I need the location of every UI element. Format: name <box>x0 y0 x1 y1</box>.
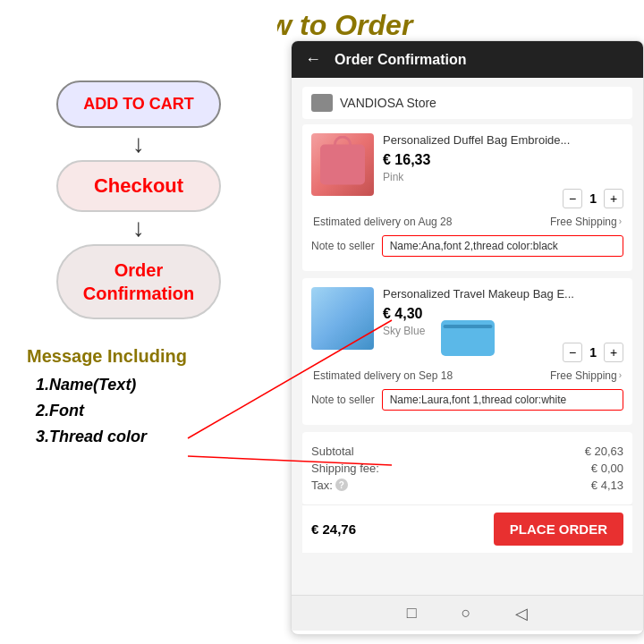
qty-num-2: 1 <box>589 345 597 360</box>
free-shipping-1[interactable]: Free Shipping › <box>550 216 622 228</box>
tax-row: Tax: ? € 4,13 <box>311 479 623 492</box>
bottom-total-row: € 24,76 PLACE ORDER <box>302 504 632 553</box>
product-info-2: Personalized Travel Makeup Bag E... € 4,… <box>383 287 623 362</box>
phone-mockup: ← Order Confirmation VANDIOSA Store Pers… <box>291 40 644 635</box>
subtotal-label: Subtotal <box>311 445 354 458</box>
arrow-1: ↓ <box>132 131 145 157</box>
qty-control-2: − 1 + <box>383 343 623 362</box>
delivery-row-2: Estimated delivery on Sep 18 Free Shippi… <box>311 369 623 382</box>
delivery-row-1: Estimated delivery on Aug 28 Free Shippi… <box>311 216 623 228</box>
product-name-1: Personalized Duffel Bag Embroide... <box>383 133 623 148</box>
store-name: VANDIOSA Store <box>340 96 436 110</box>
note-label-2: Note to seller <box>311 394 375 406</box>
bag-handle <box>334 136 352 147</box>
shipping-value: € 0,00 <box>591 462 623 475</box>
flow-steps: ADD TO CART ↓ Checkout ↓ OrderConfirmati… <box>56 80 221 319</box>
note-row-1: Note to seller Name:Ana,font 2,thread co… <box>311 235 623 257</box>
totals-section: Subtotal € 20,63 Shipping fee: € 0,00 Ta… <box>302 432 632 504</box>
step-add-to-cart[interactable]: ADD TO CART <box>56 80 221 128</box>
subtotal-row: Subtotal € 20,63 <box>311 445 623 458</box>
message-item-3: 3.Thread color <box>36 428 277 446</box>
nav-triangle-icon[interactable]: ◁ <box>515 604 528 623</box>
store-icon <box>311 94 333 112</box>
note-label-1: Note to seller <box>311 240 375 252</box>
tax-info-icon[interactable]: ? <box>335 479 348 491</box>
step-checkout[interactable]: Checkout <box>56 160 221 212</box>
product-variant-2: Sky Blue <box>383 325 623 337</box>
nav-square-icon[interactable]: □ <box>407 604 417 623</box>
qty-plus-2[interactable]: + <box>604 343 623 362</box>
makeup-zipper <box>443 325 492 328</box>
left-panel: ADD TO CART ↓ Checkout ↓ OrderConfirmati… <box>0 0 277 644</box>
tax-label-group: Tax: ? <box>311 479 348 492</box>
product-price-1: € 16,33 <box>383 152 623 168</box>
message-item-2: 2.Font <box>36 402 277 420</box>
tax-value: € 4,13 <box>591 479 623 492</box>
phone-header: ← Order Confirmation <box>292 41 643 78</box>
free-shipping-2[interactable]: Free Shipping › <box>550 369 622 382</box>
delivery-text-1: Estimated delivery on Aug 28 <box>313 216 452 228</box>
subtotal-value: € 20,63 <box>585 445 623 458</box>
qty-minus-1[interactable]: − <box>563 189 582 208</box>
product-variant-1: Pink <box>383 171 623 183</box>
bag-shape <box>320 145 365 185</box>
chevron-right-1: › <box>619 216 622 226</box>
note-row-2: Note to seller Name:Laura,font 1,thread … <box>311 389 623 411</box>
arrow-2: ↓ <box>132 216 145 241</box>
nav-circle-icon[interactable]: ○ <box>462 604 471 623</box>
product-row-2: Personalized Travel Makeup Bag E... € 4,… <box>311 287 623 362</box>
back-arrow-icon[interactable]: ← <box>305 50 321 69</box>
message-section: Message Including 1.Name(Text) 2.Font 3.… <box>0 346 277 453</box>
qty-plus-1[interactable]: + <box>604 189 623 208</box>
header-title: Order Confirmation <box>335 52 467 68</box>
makeup-bag-shape <box>441 320 495 356</box>
product-card-1: Personalized Duffel Bag Embroide... € 16… <box>302 124 632 271</box>
message-item-1: 1.Name(Text) <box>36 376 277 394</box>
qty-control-1: − 1 + <box>383 189 623 208</box>
chevron-right-2: › <box>619 370 622 380</box>
product-card-2: Personalized Travel Makeup Bag E... € 4,… <box>302 278 632 425</box>
phone-content[interactable]: VANDIOSA Store Personalized Duffel Bag E… <box>292 78 643 595</box>
qty-minus-2[interactable]: − <box>563 343 582 362</box>
note-box-1[interactable]: Name:Ana,font 2,thread color:black <box>382 235 623 257</box>
product-name-2: Personalized Travel Makeup Bag E... <box>383 287 623 302</box>
qty-num-1: 1 <box>589 191 597 206</box>
product-info-1: Personalized Duffel Bag Embroide... € 16… <box>383 133 623 208</box>
store-row: VANDIOSA Store <box>302 87 632 119</box>
shipping-row: Shipping fee: € 0,00 <box>311 462 623 475</box>
place-order-button[interactable]: PLACE ORDER <box>494 513 623 546</box>
shipping-label: Shipping fee: <box>311 462 379 475</box>
message-title: Message Including <box>18 346 277 367</box>
product-row-1: Personalized Duffel Bag Embroide... € 16… <box>311 133 623 208</box>
product-image-1 <box>311 133 374 196</box>
note-box-2[interactable]: Name:Laura,font 1,thread color:white <box>382 389 623 411</box>
step-order-confirmation[interactable]: OrderConfirmation <box>56 244 221 319</box>
product-image-2 <box>311 287 374 350</box>
grand-total: € 24,76 <box>311 521 356 537</box>
product-price-2: € 4,30 <box>383 306 623 322</box>
phone-navbar: □ ○ ◁ <box>292 595 643 631</box>
tax-label: Tax: <box>311 479 333 492</box>
delivery-text-2: Estimated delivery on Sep 18 <box>313 369 453 382</box>
